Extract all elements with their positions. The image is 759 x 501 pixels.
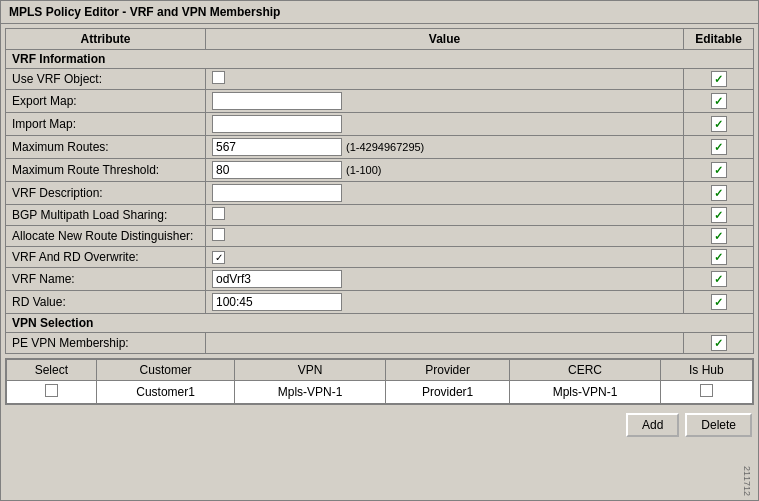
import-map-editable-checkbox[interactable] [711, 116, 727, 132]
attributes-table: Attribute Value Editable VRF Information… [5, 28, 754, 354]
vrf-rd-overwrite-editable-checkbox[interactable] [711, 249, 727, 265]
add-button[interactable]: Add [626, 413, 679, 437]
bgp-multipath-editable [684, 205, 754, 226]
table-row: VRF And RD Overwrite: [6, 247, 754, 268]
max-route-threshold-editable [684, 159, 754, 182]
vpn-membership-table: Select Customer VPN Provider CERC Is Hub… [6, 359, 753, 404]
col-customer: Customer [96, 360, 235, 381]
rd-value-editable-checkbox[interactable] [711, 294, 727, 310]
import-map-label: Import Map: [6, 113, 206, 136]
alloc-rd-label: Allocate New Route Distinguisher: [6, 226, 206, 247]
row-provider: Provider1 [385, 381, 510, 404]
max-route-threshold-hint: (1-100) [346, 164, 381, 176]
row-select [7, 381, 97, 404]
vrf-desc-editable [684, 182, 754, 205]
use-vrf-checkbox[interactable] [212, 71, 225, 84]
rd-value-label: RD Value: [6, 291, 206, 314]
col-header-attribute: Attribute [6, 29, 206, 50]
main-window: MPLS Policy Editor - VRF and VPN Members… [0, 0, 759, 501]
alloc-rd-editable-checkbox[interactable] [711, 228, 727, 244]
col-select: Select [7, 360, 97, 381]
rd-value-editable [684, 291, 754, 314]
vrf-desc-editable-checkbox[interactable] [711, 185, 727, 201]
export-map-editable-checkbox[interactable] [711, 93, 727, 109]
use-vrf-label: Use VRF Object: [6, 69, 206, 90]
table-row: Maximum Routes: (1-4294967295) [6, 136, 754, 159]
import-map-value [206, 113, 684, 136]
vrf-desc-value [206, 182, 684, 205]
rd-value-input[interactable] [212, 293, 342, 311]
vrf-name-editable [684, 268, 754, 291]
pe-vpn-editable-checkbox[interactable] [711, 335, 727, 351]
col-header-value: Value [206, 29, 684, 50]
max-routes-editable [684, 136, 754, 159]
content-area: Attribute Value Editable VRF Information… [1, 24, 758, 500]
row-select-checkbox[interactable] [45, 384, 58, 397]
vrf-name-label: VRF Name: [6, 268, 206, 291]
vrf-desc-input[interactable] [212, 184, 342, 202]
vrf-info-section: VRF Information [6, 50, 754, 69]
window-title: MPLS Policy Editor - VRF and VPN Members… [9, 5, 280, 19]
import-map-editable [684, 113, 754, 136]
table-row: Allocate New Route Distinguisher: [6, 226, 754, 247]
bgp-multipath-editable-checkbox[interactable] [711, 207, 727, 223]
table-row: PE VPN Membership: [6, 333, 754, 354]
action-buttons: Add Delete [5, 409, 754, 441]
row-vpn: Mpls-VPN-1 [235, 381, 385, 404]
col-header-editable: Editable [684, 29, 754, 50]
max-route-threshold-label: Maximum Route Threshold: [6, 159, 206, 182]
table-row: BGP Multipath Load Sharing: [6, 205, 754, 226]
vpn-selection-label: VPN Selection [6, 314, 754, 333]
alloc-rd-checkbox[interactable] [212, 228, 225, 241]
col-cerc: CERC [510, 360, 660, 381]
export-map-label: Export Map: [6, 90, 206, 113]
export-map-editable [684, 90, 754, 113]
max-route-threshold-input[interactable] [212, 161, 342, 179]
export-map-input[interactable] [212, 92, 342, 110]
row-is-hub-checkbox[interactable] [700, 384, 713, 397]
vrf-name-editable-checkbox[interactable] [711, 271, 727, 287]
max-route-threshold-container: (1-100) [212, 161, 677, 179]
vrf-rd-overwrite-checkbox[interactable] [212, 251, 225, 264]
table-row: Export Map: [6, 90, 754, 113]
vrf-name-value [206, 268, 684, 291]
vrf-name-input[interactable] [212, 270, 342, 288]
table-row: Use VRF Object: [6, 69, 754, 90]
row-is-hub [660, 381, 752, 404]
max-routes-input[interactable] [212, 138, 342, 156]
table-row: VRF Name: [6, 268, 754, 291]
table-row: Maximum Route Threshold: (1-100) [6, 159, 754, 182]
table-row: VRF Description: [6, 182, 754, 205]
rd-value-value [206, 291, 684, 314]
bgp-multipath-label: BGP Multipath Load Sharing: [6, 205, 206, 226]
bgp-multipath-value [206, 205, 684, 226]
use-vrf-editable [684, 69, 754, 90]
vrf-rd-overwrite-value [206, 247, 684, 268]
title-bar: MPLS Policy Editor - VRF and VPN Members… [1, 1, 758, 24]
col-provider: Provider [385, 360, 510, 381]
vrf-info-label: VRF Information [6, 50, 754, 69]
max-route-threshold-value: (1-100) [206, 159, 684, 182]
pe-vpn-value [206, 333, 684, 354]
vpn-selection-section: VPN Selection [6, 314, 754, 333]
max-routes-container: (1-4294967295) [212, 138, 677, 156]
vrf-rd-overwrite-editable [684, 247, 754, 268]
delete-button[interactable]: Delete [685, 413, 752, 437]
table-row: Customer1 Mpls-VPN-1 Provider1 Mpls-VPN-… [7, 381, 753, 404]
max-routes-label: Maximum Routes: [6, 136, 206, 159]
watermark: 211712 [742, 466, 752, 496]
table-row: RD Value: [6, 291, 754, 314]
max-route-threshold-editable-checkbox[interactable] [711, 162, 727, 178]
use-vrf-editable-checkbox[interactable] [711, 71, 727, 87]
col-is-hub: Is Hub [660, 360, 752, 381]
export-map-value [206, 90, 684, 113]
col-vpn: VPN [235, 360, 385, 381]
alloc-rd-editable [684, 226, 754, 247]
import-map-input[interactable] [212, 115, 342, 133]
vrf-desc-label: VRF Description: [6, 182, 206, 205]
row-customer: Customer1 [96, 381, 235, 404]
bgp-multipath-checkbox[interactable] [212, 207, 225, 220]
bottom-table-header-row: Select Customer VPN Provider CERC Is Hub [7, 360, 753, 381]
vrf-rd-overwrite-label: VRF And RD Overwrite: [6, 247, 206, 268]
max-routes-editable-checkbox[interactable] [711, 139, 727, 155]
